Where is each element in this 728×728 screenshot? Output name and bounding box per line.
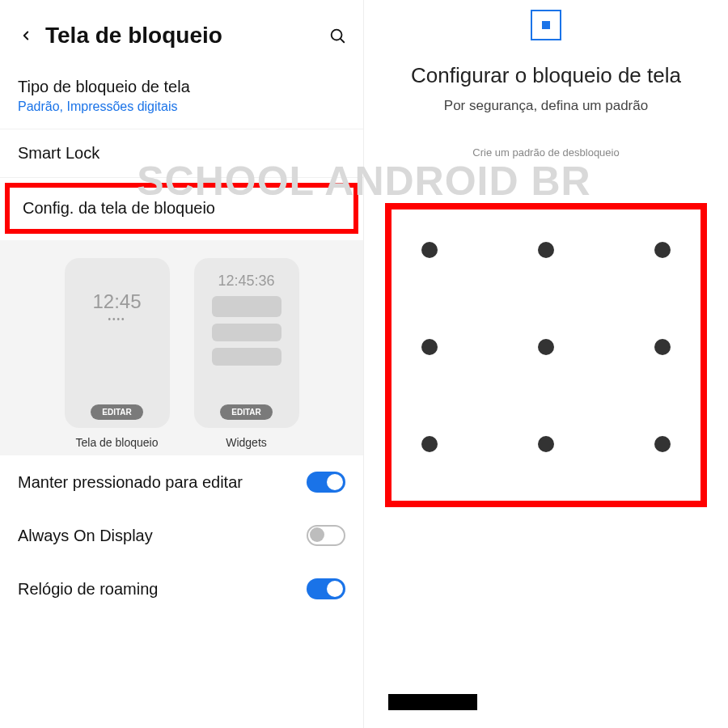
press-hold-label: Manter pressionado para editar: [18, 473, 243, 492]
setup-subheading: Por segurança, defina um padrão: [364, 98, 728, 114]
back-icon[interactable]: [15, 24, 37, 47]
pattern-dot[interactable]: [538, 242, 554, 258]
setup-lock-panel: Configurar o bloqueio de tela Por segura…: [364, 0, 728, 728]
preview-dots: ••••: [108, 315, 125, 324]
roaming-label: Relógio de roaming: [18, 580, 158, 599]
row-lockscreen-config[interactable]: Config. da tela de bloqueio: [5, 183, 358, 234]
pattern-dot[interactable]: [654, 436, 671, 452]
setup-heading: Configurar o bloqueio de tela: [364, 63, 728, 88]
phone-mock-widgets: 12:45:36 EDITAR: [194, 258, 299, 428]
setup-hint: Crie um padrão de desbloqueio: [364, 146, 728, 159]
row-always-on-display[interactable]: Always On Display: [0, 509, 363, 562]
preview-label-widgets: Widgets: [226, 436, 267, 449]
widget-placeholder: [212, 324, 281, 341]
row-smart-lock-label: Smart Lock: [18, 144, 345, 163]
press-hold-toggle[interactable]: [307, 472, 345, 493]
edit-button-lockscreen[interactable]: EDITAR: [91, 404, 142, 420]
lockscreen-preview-area: 12:45 •••• EDITAR Tela de bloqueio 12:45…: [0, 240, 363, 455]
preview-widgets[interactable]: 12:45:36 EDITAR Widgets: [194, 258, 299, 449]
lock-setup-icon: [531, 10, 561, 40]
page-title: Tela de bloqueio: [45, 23, 326, 49]
aod-toggle[interactable]: [307, 525, 345, 546]
pattern-dot[interactable]: [654, 242, 671, 258]
widget-placeholder: [212, 348, 281, 366]
pattern-dot[interactable]: [538, 436, 554, 452]
preview-lockscreen[interactable]: 12:45 •••• EDITAR Tela de bloqueio: [65, 258, 170, 449]
edit-button-widgets[interactable]: EDITAR: [220, 404, 272, 420]
preview-clock-widgets: 12:45:36: [218, 273, 274, 290]
pattern-input-area[interactable]: [385, 203, 707, 507]
row-lock-type-sub: Padrão, Impressões digitais: [18, 99, 345, 114]
pattern-dot[interactable]: [421, 242, 438, 258]
pattern-dot[interactable]: [421, 339, 438, 355]
redacted-bar: [388, 694, 477, 710]
settings-panel-lockscreen: Tela de bloqueio Tipo de bloqueio de tel…: [0, 0, 364, 728]
preview-clock: 12:45: [92, 290, 141, 313]
search-icon[interactable]: [326, 24, 349, 47]
row-lock-type[interactable]: Tipo de bloqueio de tela Padrão, Impress…: [0, 63, 363, 129]
pattern-grid[interactable]: [416, 242, 676, 452]
phone-mock-lockscreen: 12:45 •••• EDITAR: [65, 258, 170, 428]
aod-label: Always On Display: [18, 527, 153, 545]
row-lock-type-label: Tipo de bloqueio de tela: [18, 78, 345, 96]
row-smart-lock[interactable]: Smart Lock: [0, 129, 363, 178]
row-press-hold-edit[interactable]: Manter pressionado para editar: [0, 455, 363, 509]
svg-line-1: [341, 39, 344, 42]
roaming-toggle[interactable]: [307, 578, 345, 599]
row-lockscreen-config-label: Config. da tela de bloqueio: [23, 199, 341, 218]
preview-label-lockscreen: Tela de bloqueio: [76, 436, 159, 449]
header: Tela de bloqueio: [0, 0, 363, 63]
pattern-dot[interactable]: [654, 339, 671, 355]
widget-placeholder: [212, 296, 281, 317]
pattern-dot[interactable]: [421, 436, 438, 452]
row-roaming-clock[interactable]: Relógio de roaming: [0, 562, 363, 616]
pattern-dot[interactable]: [538, 339, 554, 355]
